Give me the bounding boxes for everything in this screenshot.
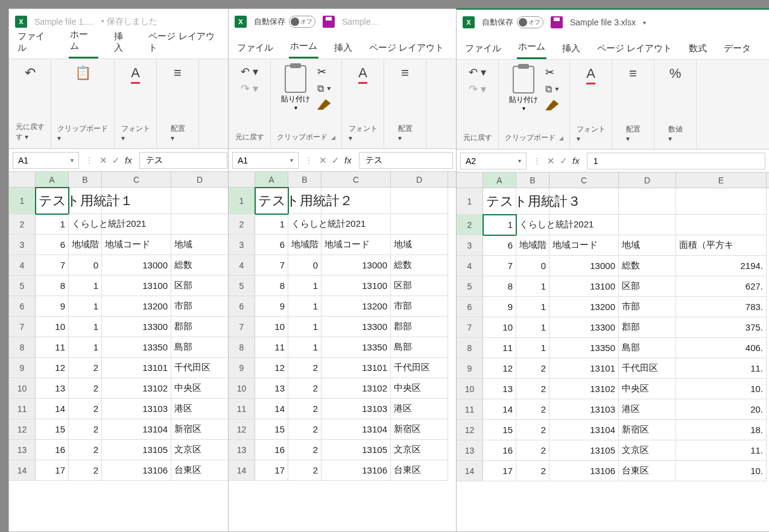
cell[interactable]: 区部 [171, 276, 229, 296]
paste-button[interactable]: 貼り付け▾ [281, 65, 310, 111]
cell[interactable]: 6 [255, 235, 288, 255]
cell[interactable]: 2 [288, 460, 321, 481]
cell[interactable]: 地域コード [321, 235, 391, 255]
fx-icon[interactable]: fx [125, 155, 132, 166]
cell[interactable]: 2 [69, 378, 102, 399]
cell[interactable] [676, 215, 767, 235]
cut-icon[interactable] [317, 65, 331, 78]
cell[interactable]: 郡部 [619, 317, 676, 338]
row-header[interactable]: 5 [457, 276, 483, 297]
cell[interactable]: 新宿区 [619, 420, 676, 440]
cut-icon[interactable] [545, 66, 559, 79]
cell[interactable]: 13104 [102, 419, 171, 440]
cell[interactable]: 1 [69, 317, 102, 337]
cell[interactable]: 0 [288, 255, 321, 276]
cell[interactable]: 1 [516, 317, 549, 338]
cell[interactable]: 8 [483, 276, 516, 297]
tab-insert[interactable]: 挿入 [561, 40, 581, 59]
cell[interactable]: 13101 [549, 358, 619, 379]
format-painter-icon[interactable] [317, 99, 331, 110]
cell[interactable]: 17 [483, 461, 516, 481]
row-header[interactable]: 1 [229, 188, 255, 214]
cell[interactable]: 文京区 [171, 440, 229, 460]
cell[interactable]: 1 [255, 214, 288, 235]
cell[interactable]: 16 [36, 440, 69, 460]
cell[interactable]: 16 [483, 440, 516, 461]
cell[interactable] [288, 188, 321, 214]
cell[interactable]: テスト用統計１ [36, 188, 69, 214]
column-header[interactable]: D [619, 173, 676, 188]
formula-input[interactable]: テス [359, 152, 453, 169]
cell[interactable]: 13000 [102, 255, 171, 276]
column-header[interactable]: D [391, 172, 448, 187]
cell[interactable]: 10 [483, 317, 516, 338]
cell[interactable]: 6 [36, 235, 69, 255]
cancel-icon[interactable]: ✕ [547, 156, 555, 166]
row-header[interactable]: 9 [457, 358, 483, 379]
row-header[interactable]: 14 [457, 461, 483, 481]
cell[interactable]: 13350 [549, 338, 619, 358]
row-header[interactable]: 8 [9, 337, 36, 358]
cell[interactable]: 1 [288, 276, 321, 296]
cell[interactable]: 台東区 [619, 461, 676, 481]
cell[interactable]: 千代田区 [619, 358, 676, 379]
row-header[interactable]: 7 [9, 317, 36, 337]
cell[interactable]: 2 [516, 420, 549, 440]
number-icon[interactable]: % [669, 63, 682, 122]
cell[interactable]: 千代田区 [171, 358, 229, 378]
name-box[interactable]: A1▾ [232, 152, 299, 169]
cell[interactable] [69, 188, 102, 214]
cell[interactable]: 中央区 [619, 379, 676, 399]
cell[interactable]: 13300 [102, 317, 171, 337]
tab-insert[interactable]: 挿入 [333, 40, 353, 59]
cell[interactable]: 13101 [102, 358, 171, 378]
cell[interactable]: 10. [676, 379, 767, 399]
copy-icon[interactable]: ⧉ ▾ [545, 84, 559, 95]
save-icon[interactable] [323, 16, 335, 28]
column-header[interactable]: C [549, 173, 619, 188]
enter-icon[interactable]: ✓ [332, 155, 340, 166]
cell[interactable] [102, 188, 171, 214]
tab-data[interactable]: データ [723, 40, 752, 59]
formula-input[interactable]: 1 [587, 153, 765, 169]
row-header[interactable]: 10 [457, 379, 483, 399]
cell[interactable]: 中央区 [391, 378, 448, 399]
cell[interactable]: くらしと統計2021 [288, 214, 321, 235]
tab-file[interactable]: ファイル [16, 28, 54, 59]
cell[interactable]: 11 [483, 338, 516, 358]
row-header[interactable]: 4 [9, 255, 36, 276]
row-header[interactable]: 8 [229, 337, 255, 358]
row-header[interactable]: 10 [9, 378, 36, 399]
cell[interactable]: 13 [483, 379, 516, 399]
cell[interactable]: 13103 [549, 399, 619, 420]
cell[interactable]: 12 [255, 358, 288, 378]
select-all-corner[interactable] [457, 173, 483, 188]
cell[interactable]: 2 [69, 460, 102, 481]
cell[interactable]: 2 [288, 378, 321, 399]
cell[interactable]: 地域階 [516, 235, 549, 256]
cell[interactable]: 新宿区 [171, 419, 229, 440]
formula-input[interactable]: テス [139, 152, 227, 169]
cell[interactable]: 13102 [321, 378, 391, 399]
cell[interactable]: 1 [36, 214, 69, 235]
cell[interactable]: 1 [69, 337, 102, 358]
row-header[interactable]: 12 [229, 419, 255, 440]
row-header[interactable]: 11 [9, 399, 36, 419]
enter-icon[interactable]: ✓ [560, 156, 568, 166]
cell[interactable]: くらしと統計2021 [516, 215, 549, 235]
cell[interactable]: 文京区 [619, 440, 676, 461]
cell[interactable]: 台東区 [171, 460, 229, 481]
undo-icon[interactable]: ↶ [25, 63, 36, 119]
cell[interactable]: 13000 [321, 255, 391, 276]
align-icon[interactable]: ≡ [174, 63, 182, 121]
row-header[interactable]: 7 [457, 317, 483, 338]
cancel-icon[interactable]: ✕ [100, 155, 107, 166]
cell[interactable]: 10 [255, 317, 288, 337]
name-box[interactable]: A1▾ [13, 152, 79, 169]
cell[interactable]: 1 [69, 296, 102, 317]
cell[interactable]: 13 [36, 378, 69, 399]
cell[interactable]: 11. [676, 440, 767, 461]
column-header[interactable]: D [171, 172, 229, 187]
cell[interactable]: 地域コード [549, 235, 619, 256]
font-icon[interactable]: A [358, 63, 367, 121]
